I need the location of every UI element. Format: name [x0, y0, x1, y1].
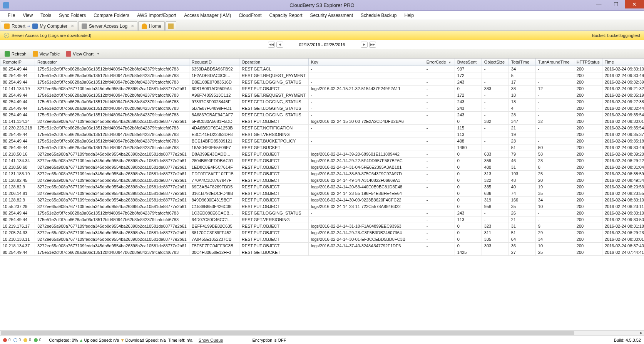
column-errorcode[interactable]: ErrorCode▼ [424, 59, 455, 66]
table-cell: 10.141.134.34 [0, 118, 35, 125]
menu-view[interactable]: View [19, 11, 37, 20]
copy-icon [168, 23, 174, 29]
table-cell: 51 [509, 144, 535, 151]
menu-schedule-backup[interactable]: Schedule Backup [357, 11, 400, 20]
refresh-button[interactable]: Refresh [2, 50, 29, 57]
table-cell: REST.GET.LOGGING_STATUS [239, 105, 308, 112]
table-row[interactable]: 10.128.82.93272ee65a908a7677109fedda345d… [0, 184, 644, 190]
close-icon[interactable]: ✕ [71, 24, 74, 28]
log-table-container[interactable]: RemoteIPRequestorRequestIDOperationKeyEr… [0, 59, 644, 330]
table-cell: - [482, 92, 509, 99]
table-cell: logs/2016-02-24-14-23-55-196F54E8BFE4EE6… [308, 190, 424, 197]
table-row[interactable]: 10.219.176.173272ee65a908a7677109fedda34… [0, 223, 644, 230]
menu-security-assessment[interactable]: Security Assessment [306, 11, 357, 20]
table-row[interactable]: 10.141.134.343272ee65a908a7677109fedda34… [0, 158, 644, 164]
column-key[interactable]: Key [308, 59, 424, 66]
tab-copy[interactable] [166, 21, 176, 30]
table-cell: 115 [455, 125, 482, 131]
close-icon[interactable]: ✕ [131, 24, 134, 28]
tab-server-access-log[interactable]: Server Access Log ✕ [78, 21, 137, 30]
table-cell: 2804B890EDDBAC91 [189, 158, 239, 164]
table-cell: 3272ee65a908a7677109fedda345db8d9554ba26… [35, 197, 189, 203]
column-requestid[interactable]: RequestID [189, 59, 239, 66]
table-row[interactable]: 80.254.49.44175e51e2cf0f7cb6628a0a06c135… [0, 210, 644, 216]
menu-access-manager-iam-[interactable]: Access Manager (IAM) [180, 11, 235, 20]
table-cell: 3272ee65a908a7677109fedda345db8d9554ba26… [35, 243, 189, 249]
table-row[interactable]: 80.254.49.44175e51e2cf0f7cb6628a0a06c135… [0, 249, 644, 256]
table-row[interactable]: 80.254.49.44175e51e2cf0f7cb6628a0a06c135… [0, 99, 644, 105]
tab-home[interactable]: Home [138, 21, 165, 30]
menu-sync-folders[interactable]: Sync Folders [55, 11, 90, 20]
table-row[interactable]: 80.254.49.44175e51e2cf0f7cb6628a0a06c135… [0, 144, 644, 151]
maximize-button[interactable]: ☐ [607, 0, 625, 8]
show-queue-link[interactable]: Show Queue [199, 338, 223, 342]
column-remoteip[interactable]: RemoteIP [0, 59, 35, 66]
column-requestor[interactable]: Requestor [35, 59, 189, 66]
status-dot-info [13, 338, 17, 342]
table-cell: REST.GET.REQUEST_PAYMENT [239, 92, 308, 99]
home-icon [142, 23, 147, 29]
table-row[interactable]: 80.254.49.44175e51e2cf0f7cb6628a0a06c135… [0, 131, 644, 138]
table-row[interactable]: 10.205.24.333272ee65a908a7677109fedda345… [0, 230, 644, 236]
view-table-button[interactable]: View Table [30, 50, 62, 57]
view-chart-button[interactable]: View Chart ▼ [64, 50, 102, 57]
table-cell: BEFF4199BE82C635 [189, 223, 239, 230]
menu-capacity-report[interactable]: Capacity Report [266, 11, 306, 20]
close-button[interactable]: ✕ [625, 0, 644, 8]
table-row[interactable]: 10.218.50.603272ee65a908a7677109fedda345… [0, 164, 644, 171]
table-row[interactable]: 80.254.49.44175e51e2cf0f7cb6628a0a06c135… [0, 216, 644, 223]
table-cell: 2016-02-24 08:31:04 [602, 164, 644, 171]
table-cell: - [482, 144, 509, 151]
menu-compare-folders[interactable]: Compare Folders [90, 11, 133, 20]
column-objectsize[interactable]: ObjectSize [482, 59, 509, 66]
table-cell: - [308, 131, 424, 138]
menu-file[interactable]: File [4, 11, 19, 20]
table-row[interactable]: 80.254.49.44175e51e2cf0f7cb6628a0a06c135… [0, 138, 644, 144]
column-turnaroundtime[interactable]: TurnAroundTime [535, 59, 574, 66]
scroll-right-icon[interactable]: ▶ [639, 331, 643, 336]
table-row[interactable]: 10.218.50.163272ee65a908a7677109fedda345… [0, 151, 644, 158]
table-row[interactable]: 10.141.134.193272ee65a908a7677109fedda34… [0, 86, 644, 92]
horizontal-scrollbar[interactable]: ▶ [0, 330, 644, 336]
table-row[interactable]: 10.141.134.343272ee65a908a7677109fedda34… [0, 118, 644, 125]
table-row[interactable]: 10.230.226.218175e51e2cf0f7cb6628a0a06c1… [0, 125, 644, 131]
column-totaltime[interactable]: TotalTime [509, 59, 535, 66]
table-row[interactable]: 80.254.49.44175e51e2cf0f7cb6628a0a06c135… [0, 66, 644, 72]
table-row[interactable]: 80.254.49.44175e51e2cf0f7cb6628a0a06c135… [0, 79, 644, 86]
column-bytessent[interactable]: BytesSent [455, 59, 482, 66]
menu-help[interactable]: Help [400, 11, 418, 20]
next-button[interactable]: ▶ [361, 42, 368, 48]
table-row[interactable]: 80.254.49.44175e51e2cf0f7cb6628a0a06c135… [0, 72, 644, 79]
first-button[interactable]: ◀◀ [268, 42, 275, 48]
table-row[interactable]: 10.206.14.813272ee65a908a7677109fedda345… [0, 190, 644, 197]
table-cell: - [482, 105, 509, 112]
last-button[interactable]: ▶▶ [369, 42, 376, 48]
prev-button[interactable]: ◀ [276, 42, 283, 48]
table-cell: 2016-02-24 08:30:01 [602, 236, 644, 243]
table-row[interactable]: 10.128.82.93272ee65a908a7677109fedda345d… [0, 197, 644, 203]
scrollbar-thumb[interactable] [1, 331, 574, 335]
table-cell: 347 [509, 118, 535, 125]
minimize-button[interactable]: — [590, 0, 607, 8]
table-cell: - [424, 79, 455, 86]
table-row[interactable]: 10.210.138.113272ee65a908a7677109fedda34… [0, 236, 644, 243]
menu-tools[interactable]: Tools [37, 11, 55, 20]
column-time[interactable]: Time [602, 59, 644, 66]
table-row[interactable]: 10.218.134.373272ee65a908a7677109fedda34… [0, 243, 644, 249]
app-icon [3, 2, 9, 8]
table-cell: 175e51e2cf0f7cb6628a0a06c13512bfd480947b… [35, 131, 189, 138]
table-row[interactable]: 80.254.49.44175e51e2cf0f7cb6628a0a06c135… [0, 92, 644, 99]
table-cell: - [482, 249, 509, 256]
column-httpstatus[interactable]: HTTPStatus [574, 59, 602, 66]
tab-robert[interactable]: Robert ➔ My Computer ✕ [1, 21, 77, 30]
table-row[interactable]: 80.254.49.44175e51e2cf0f7cb6628a0a06c135… [0, 112, 644, 118]
table-cell: 34 [535, 236, 574, 243]
menu-cloudfront[interactable]: CloudFront [235, 11, 265, 20]
table-cell: - [482, 210, 509, 216]
table-row[interactable]: 10.128.82.453272ee65a908a7677109fedda345… [0, 177, 644, 184]
column-operation[interactable]: Operation [239, 59, 308, 66]
table-row[interactable]: 10.55.237.293272ee65a908a7677109fedda345… [0, 203, 644, 210]
table-row[interactable]: 10.131.183.193272ee65a908a7677109fedda34… [0, 171, 644, 177]
menu-aws-import-export[interactable]: AWS Import/Export [133, 11, 180, 20]
table-row[interactable]: 80.254.49.44175e51e2cf0f7cb6628a0a06c135… [0, 105, 644, 112]
